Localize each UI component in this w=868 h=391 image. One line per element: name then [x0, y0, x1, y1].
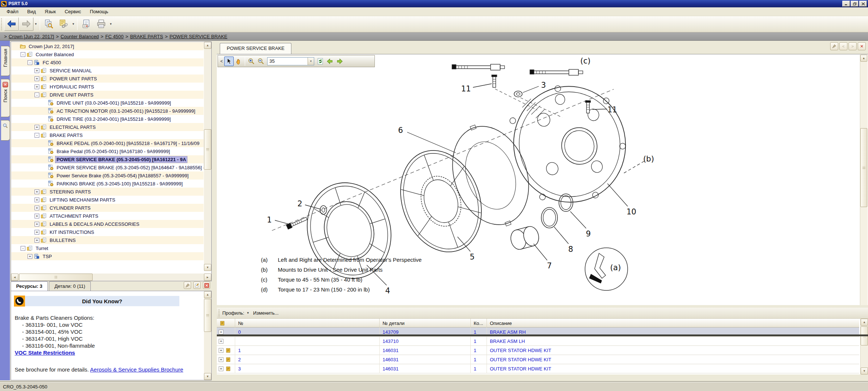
tree-expander[interactable]: + [35, 84, 39, 89]
voc-restrictions-link[interactable]: VOC State Restrictions [15, 350, 75, 356]
tree-item[interactable]: AC TRACTION MOTOR (03.1-2045-001) [9A155… [11, 107, 204, 115]
menu-item[interactable]: Язык [40, 8, 60, 15]
tree-expander[interactable]: + [35, 206, 39, 210]
tree-item[interactable]: +POWER UNIT PARTS [11, 75, 204, 83]
tree-expander[interactable]: + [35, 230, 39, 235]
report-button[interactable] [79, 17, 94, 31]
side-tab-search[interactable]: ✕ Поиск [1, 79, 10, 117]
row-expander[interactable]: + [219, 366, 223, 371]
tree-item[interactable]: POWER SERVICE BRAKE (05.3-2045-050) [9A1… [11, 155, 204, 163]
breadcrumb-link[interactable]: FC 4500 [105, 34, 123, 39]
table-row[interactable]: +31460311OUTER STATOR HDWE KIT [217, 364, 859, 373]
tree-item[interactable]: BRAKE PEDAL (05.0-2040-001) [9A155218 - … [11, 139, 204, 147]
diagram-vscroll-thumb[interactable] [860, 128, 867, 207]
title-bar[interactable]: PSRT 5.0 [0, 0, 868, 7]
resources-scroll-down[interactable]: ▼ [204, 373, 211, 380]
tree-item[interactable]: -DRIVE UNIT PARTS [11, 91, 204, 99]
link-note-button[interactable] [56, 17, 71, 31]
tree-item[interactable]: +TSP [11, 252, 204, 260]
search-document-button[interactable] [42, 17, 56, 31]
tree-item[interactable]: Brake Pedal (05.0-2045-001) [9A167180 - … [11, 147, 204, 155]
tab-resources[interactable]: Ресурсы: 3 [11, 281, 48, 291]
zoom-combo-dropdown[interactable]: ▼ [308, 58, 314, 65]
tree-expander[interactable]: + [35, 198, 39, 202]
tree-item[interactable]: PARKING BRAKE (05.3-2045-100) [9A155218 … [11, 180, 204, 188]
select-tool-button[interactable] [224, 57, 234, 66]
table-scroll-up[interactable]: ▲ [861, 319, 868, 326]
refresh-button[interactable] [316, 57, 325, 66]
breadcrumb-link[interactable]: POWER SERVICE BRAKE [169, 34, 227, 39]
zoom-level-combobox[interactable]: 35 ▼ [267, 57, 314, 65]
tree-expander[interactable]: - [21, 52, 25, 57]
tree-item[interactable]: Crown [Jun 22, 2017] [11, 42, 204, 50]
tree-expander[interactable]: + [35, 189, 39, 194]
menu-item[interactable]: Файл [2, 8, 23, 15]
header-icon-cell[interactable] [217, 319, 235, 327]
print-button[interactable] [94, 17, 108, 31]
tree-item[interactable]: DRIVE TIRE (03.2-2040-001) [9A155218 - 9… [11, 115, 204, 123]
forward-button[interactable] [19, 17, 33, 31]
tree-expander[interactable]: - [35, 93, 39, 97]
tree-item[interactable]: +ELECTRICAL PARTS [11, 123, 204, 131]
header-description[interactable]: Описание [487, 319, 859, 327]
tree-scroll-up[interactable]: ▲ [204, 42, 211, 49]
next-page-button[interactable] [335, 57, 344, 66]
close-tab-button[interactable]: ✕ [858, 42, 866, 50]
tree-hscroll-thumb[interactable] [19, 274, 93, 281]
header-num[interactable]: № [235, 319, 380, 327]
table-row[interactable]: +21460311OUTER STATOR HDWE KIT [217, 355, 859, 364]
profile-edit-link[interactable]: Изменить... [253, 310, 279, 316]
table-row[interactable]: +11460311OUTER STATOR HDWE KIT [217, 346, 859, 355]
row-expander[interactable]: + [219, 339, 223, 344]
restore-button[interactable] [851, 1, 858, 7]
link-note-dropdown[interactable]: ▼ [71, 17, 76, 31]
collapse-toolbar-button[interactable]: < [219, 57, 224, 66]
close-icon[interactable]: ✕ [3, 82, 8, 87]
back-button[interactable] [4, 17, 19, 31]
tree-scroll-left[interactable]: ◄ [11, 274, 18, 281]
breadcrumb-link[interactable]: Crown [Jun 22, 2017] [9, 34, 54, 39]
tree-item[interactable]: -FC 4500 [11, 58, 204, 66]
tree-hscrollbar[interactable]: ◄ ► [11, 274, 211, 281]
tree-vscroll-thumb[interactable] [204, 129, 211, 170]
forward-dropdown[interactable]: ▼ [33, 17, 38, 31]
tree-item[interactable]: POWER SERVICE BRAKE (05.3-2045-052) [9A1… [11, 163, 204, 171]
tree-item[interactable]: +HYDRAULIC PARTS [11, 83, 204, 91]
zoom-out-button[interactable] [256, 57, 266, 66]
tree-item[interactable]: -Turret [11, 244, 204, 252]
tree-expander[interactable]: - [35, 133, 39, 138]
tree-scroll-down[interactable]: ▼ [204, 264, 211, 271]
tree-item[interactable]: Power Service Brake (05.3-2045-054) [9A1… [11, 171, 204, 180]
tree-expander[interactable]: + [35, 125, 39, 130]
tree-expander[interactable]: + [35, 238, 39, 243]
tree-expander[interactable]: + [35, 222, 39, 227]
tree-expander[interactable]: + [35, 214, 39, 218]
resources-vscroll-thumb[interactable] [204, 299, 211, 332]
zoom-in-button[interactable] [247, 57, 256, 66]
tree-expander[interactable]: - [21, 246, 25, 251]
tree-item[interactable]: +LIFTING MECHANISM PARTS [11, 196, 204, 204]
tree-expander[interactable]: + [35, 68, 39, 73]
previous-page-button[interactable] [325, 57, 335, 66]
brochure-link[interactable]: Aerosols & Service Supplies Brochure [90, 366, 183, 373]
tree-expander[interactable]: + [35, 76, 39, 81]
table-vscrollbar[interactable]: ▲ ▼ [860, 319, 868, 374]
tree-item[interactable]: +STEERING PARTS [11, 188, 204, 196]
breadcrumb-link[interactable]: Counter Balanced [61, 34, 99, 39]
note-icon[interactable] [226, 357, 231, 362]
diagram-scroll-up[interactable]: ▲ [860, 55, 867, 62]
table-row[interactable]: +1437101BRAKE ASM LH [217, 337, 859, 346]
tree-item[interactable]: -BRAKE PARTS [11, 131, 204, 139]
toolbar-grip[interactable] [1, 18, 3, 30]
minimize-button[interactable] [842, 1, 850, 7]
note-icon[interactable] [226, 348, 231, 353]
pin-tab-button[interactable] [830, 42, 838, 50]
tree-expander[interactable]: + [28, 254, 32, 259]
header-part-number[interactable]: № детали [380, 319, 471, 327]
profile-dropdown[interactable]: ▼ [247, 311, 250, 315]
tree-item[interactable]: +CYLINDER PARTS [11, 204, 204, 212]
tree-item[interactable]: +KIT INSTRUCTIONS [11, 228, 204, 236]
row-expander[interactable]: + [219, 348, 223, 353]
tree-expander[interactable]: - [28, 60, 32, 65]
close-panel-button[interactable] [203, 282, 210, 289]
